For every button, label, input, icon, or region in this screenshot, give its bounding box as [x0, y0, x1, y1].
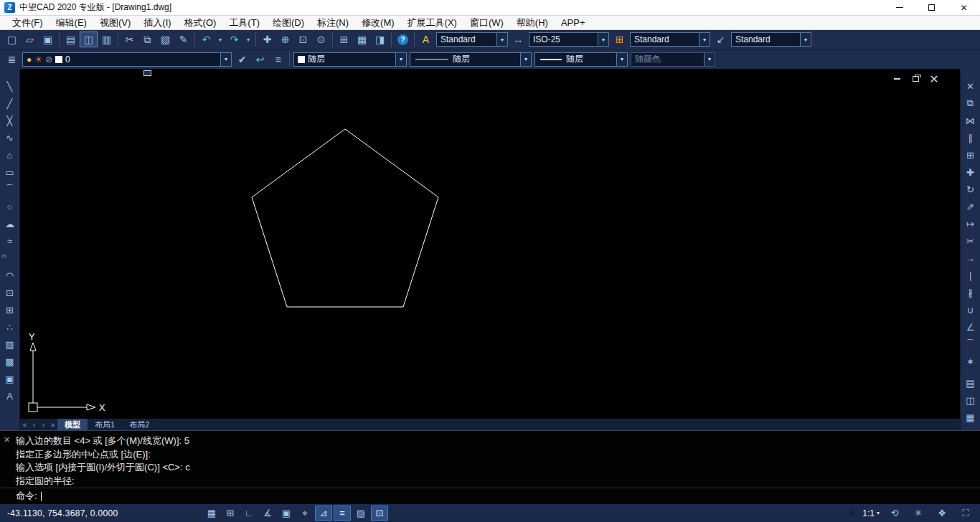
otrack-toggle-icon[interactable]: ⌖ — [296, 506, 314, 521]
undo-icon[interactable]: ↶ — [197, 32, 215, 47]
linetype-combo[interactable]: 随层 ▾ — [410, 52, 532, 67]
osnap-toggle-icon[interactable]: ▣ — [278, 506, 295, 521]
tab-model[interactable]: 模型 — [57, 419, 88, 430]
minimize-button[interactable] — [883, 0, 915, 15]
drawing-canvas[interactable]: Y X ✕ — [20, 69, 960, 419]
insert-block-icon[interactable]: ⊡ — [1, 284, 19, 301]
redo-icon[interactable]: ↷ — [225, 32, 243, 47]
tab-layout1[interactable]: 布局1 — [88, 419, 122, 430]
ellipse-arc-icon[interactable]: ◠ — [1, 267, 19, 284]
toolbar-grip[interactable] — [143, 70, 151, 76]
doc-restore-button[interactable] — [911, 75, 920, 83]
break-icon[interactable]: ∦ — [962, 284, 979, 301]
dim-style-combo[interactable]: ISO-25 ▾ — [529, 32, 609, 47]
tool-palette-icon[interactable]: ▦ — [353, 32, 371, 47]
command-input[interactable]: 命令: — [16, 490, 42, 503]
annotation-scale-button[interactable]: 1:1 ▾ — [862, 508, 880, 518]
menu-view[interactable]: 视图(V) — [93, 16, 137, 29]
offset-icon[interactable]: ∥ — [962, 129, 979, 146]
erase-icon[interactable]: ✕ — [962, 77, 979, 95]
chamfer-icon[interactable]: ∠ — [962, 318, 979, 336]
point-icon[interactable]: ∴ — [1, 318, 19, 336]
region-icon[interactable]: ▣ — [1, 370, 19, 387]
doc-minimize-button[interactable] — [892, 75, 901, 83]
array-icon[interactable]: ⊞ — [962, 146, 979, 163]
transparency-toggle-icon[interactable]: ▨ — [352, 506, 369, 521]
properties-panel-icon[interactable]: ▤ — [962, 374, 979, 392]
dyn-toggle-icon[interactable]: ⊿ — [315, 506, 332, 521]
dim-style-icon[interactable]: ↔ — [509, 32, 527, 47]
rectangle-icon[interactable]: ▭ — [1, 163, 19, 181]
touch-mode-icon[interactable]: ❖ — [933, 506, 951, 521]
tab-first-icon[interactable]: « — [20, 421, 29, 429]
layer-combo[interactable]: ● ☀ ⊘ 0 ▾ — [22, 52, 232, 67]
join-icon[interactable]: ∪ — [962, 301, 979, 318]
polar-toggle-icon[interactable]: ∡ — [259, 506, 276, 521]
menu-edit[interactable]: 编辑(E) — [50, 16, 93, 29]
menu-express[interactable]: 扩展工具(X) — [401, 16, 463, 29]
workspace-icon[interactable]: ⟲ — [886, 506, 903, 521]
command-window[interactable]: ✕ 输入边的数目 <4> 或 [多个(M)/线宽(W)]: 5 指定正多边形的中… — [0, 430, 980, 504]
tab-prev-icon[interactable]: ‹ — [29, 421, 39, 429]
ortho-toggle-icon[interactable]: ∟ — [240, 506, 258, 521]
zoom-previous-icon[interactable]: ⊙ — [312, 32, 330, 47]
fullscreen-icon[interactable]: ⛶ — [957, 506, 974, 521]
paste-icon[interactable]: ▧ — [156, 32, 174, 47]
menu-draw[interactable]: 绘图(D) — [266, 16, 311, 29]
copy-clip-icon[interactable]: ⧉ — [138, 32, 156, 47]
mtext-icon[interactable]: A — [1, 387, 19, 404]
layer-previous-icon[interactable]: ↩ — [251, 52, 269, 67]
match-properties-icon[interactable]: ✎ — [174, 32, 192, 47]
layer-manager-icon[interactable]: ≣ — [3, 52, 21, 67]
maximize-button[interactable] — [915, 0, 948, 15]
revision-cloud-icon[interactable]: ☁ — [1, 215, 19, 232]
gradient-icon[interactable]: ▩ — [1, 353, 19, 370]
lwt-toggle-icon[interactable]: ≡ — [334, 506, 351, 521]
performance-icon[interactable]: ✳ — [910, 506, 927, 521]
grid-toggle-icon[interactable]: ⊞ — [222, 506, 239, 521]
menu-help[interactable]: 帮助(H) — [510, 16, 555, 29]
menu-format[interactable]: 格式(O) — [178, 16, 223, 29]
color-combo[interactable]: 随层 ▾ — [293, 52, 407, 67]
properties-palette-icon[interactable]: ◨ — [371, 32, 389, 47]
move-icon[interactable]: ✚ — [962, 163, 979, 181]
design-center-icon[interactable]: ◫ — [962, 392, 979, 409]
help-icon[interactable]: ? — [394, 32, 412, 47]
paper-plane-icon[interactable]: ✈ — [848, 508, 857, 519]
menu-file[interactable]: 文件(F) — [6, 16, 50, 29]
new-file-icon[interactable]: ▢ — [3, 32, 21, 47]
break-at-point-icon[interactable]: ∣ — [962, 267, 979, 284]
menu-tools[interactable]: 工具(T) — [222, 16, 266, 29]
mirror-icon[interactable]: ⋈ — [962, 112, 979, 129]
trim-icon[interactable]: ✂ — [962, 232, 979, 250]
zoom-window-icon[interactable]: ⊡ — [294, 32, 312, 47]
cycling-toggle-icon[interactable]: ⊡ — [371, 506, 388, 521]
text-style-icon[interactable]: A — [417, 32, 435, 47]
plot-style-combo[interactable]: 随颜色 ▾ — [631, 52, 715, 67]
extend-icon[interactable]: → — [962, 250, 979, 267]
print-icon[interactable]: ▤ — [62, 32, 80, 47]
polyline-icon[interactable]: ∿ — [1, 129, 19, 146]
save-icon[interactable]: ▣ — [39, 32, 57, 47]
tab-last-icon[interactable]: » — [48, 421, 57, 429]
ellipse-icon[interactable]: ○ — [1, 252, 19, 264]
polygon-icon[interactable]: ⌂ — [1, 146, 19, 163]
menu-dimension[interactable]: 标注(N) — [311, 16, 355, 29]
make-block-icon[interactable]: ⊞ — [1, 301, 19, 318]
table-style-icon[interactable]: ⊞ — [611, 32, 628, 47]
close-button[interactable]: ✕ — [948, 0, 980, 15]
zoom-realtime-icon[interactable]: ⊕ — [276, 32, 294, 47]
lineweight-combo[interactable]: 随层 ▾ — [534, 52, 628, 67]
print-preview-icon[interactable]: ◫ — [80, 32, 98, 47]
layer-states-icon[interactable]: ≡ — [269, 52, 287, 67]
spline-icon[interactable]: ≈ — [1, 232, 19, 250]
text-style-combo[interactable]: Standard ▾ — [436, 32, 508, 47]
scale-icon[interactable]: ⇗ — [962, 198, 979, 215]
menu-app-plus[interactable]: APP+ — [555, 16, 592, 29]
command-close-icon[interactable]: ✕ — [4, 435, 10, 445]
snap-toggle-icon[interactable]: ▦ — [203, 506, 220, 521]
menu-insert[interactable]: 插入(I) — [137, 16, 177, 29]
doc-close-button[interactable]: ✕ — [930, 75, 938, 83]
mleader-style-icon[interactable]: ↙ — [712, 32, 730, 47]
pan-icon[interactable]: ✚ — [258, 32, 276, 47]
